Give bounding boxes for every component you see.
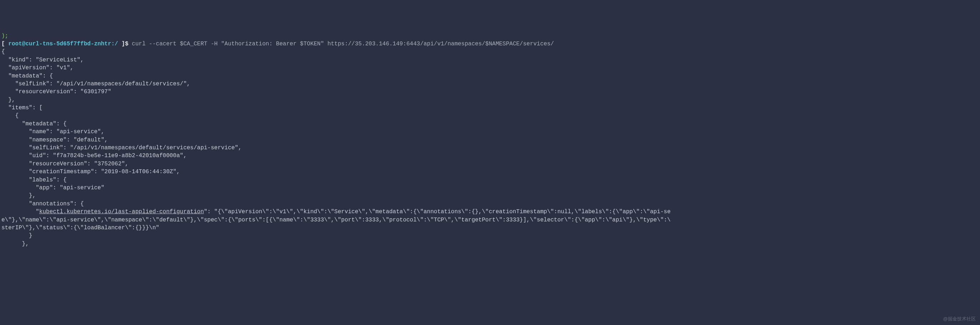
json-line: "name": "api-service", [2, 128, 104, 135]
json-line: "selfLink": "/api/v1/namespaces/default/… [2, 81, 190, 87]
json-line-suffix: ": "{\"apiVersion\":\"v1\",\"kind\":\"Se… [204, 209, 671, 215]
json-line: }, [2, 192, 36, 199]
terminal-output: ); [ root@curl-tns-5d65f7ffbd-znhtr:/ ]$… [0, 32, 980, 248]
prompt-user-host: root@curl-tns-5d65f7ffbd-znhtr:/ [8, 41, 118, 47]
json-line: } [2, 233, 32, 239]
json-line: }, [2, 241, 29, 247]
json-line-prefix: " [2, 209, 39, 215]
json-line: "metadata": { [2, 121, 67, 127]
json-line: "namespace": "default", [2, 137, 108, 143]
json-line: "apiVersion": "v1", [2, 65, 74, 71]
trailing-fragment: ); [2, 33, 8, 39]
json-line: "metadata": { [2, 73, 53, 79]
command-text[interactable]: curl --cacert $CA_CERT -H "Authorization… [132, 41, 554, 47]
prompt-bracket-close: ]$ [118, 41, 132, 47]
json-line: sterIP\"},\"status\":{\"loadBalancer\":{… [2, 225, 159, 231]
json-line: "selfLink": "/api/v1/namespaces/default/… [2, 145, 242, 151]
json-line: "items": [ [2, 105, 43, 111]
json-line: "creationTimestamp": "2019-08-14T06:44:3… [2, 168, 180, 175]
json-line: { [2, 49, 5, 55]
json-line: "resourceVersion": "3752062", [2, 161, 128, 167]
json-line: { [2, 113, 19, 119]
prompt-bracket-open: [ [2, 41, 8, 47]
json-line: e\"},\"name\":\"api-service\",\"namespac… [2, 217, 670, 223]
json-line: "annotations": { [2, 201, 84, 207]
json-line: "app": "api-service" [2, 185, 104, 191]
json-line: "uid": "f7a7824b-be5e-11e9-a8b2-42010af0… [2, 152, 186, 159]
annotation-key-link[interactable]: kubectl.kubernetes.io/last-applied-confi… [39, 209, 204, 215]
json-line: }, [2, 97, 15, 103]
json-line: "labels": { [2, 177, 67, 183]
json-line: "resourceVersion": "6301797" [2, 89, 111, 95]
json-line: "kind": "ServiceList", [2, 57, 84, 63]
